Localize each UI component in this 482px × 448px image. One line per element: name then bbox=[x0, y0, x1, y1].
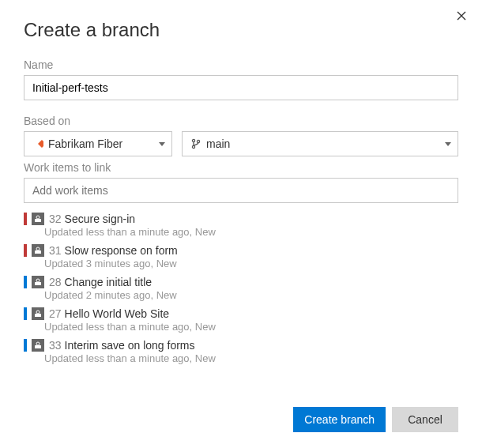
branch-dropdown[interactable]: main bbox=[182, 131, 458, 156]
priority-bar bbox=[24, 244, 27, 257]
work-item-title: Change initial title bbox=[65, 276, 153, 288]
work-item-type-icon bbox=[32, 213, 44, 225]
work-items-label: Work items to link bbox=[24, 161, 458, 174]
svg-rect-4 bbox=[35, 219, 41, 222]
work-item-title: Secure sign-in bbox=[65, 213, 136, 225]
work-item-subtitle: Updated 3 minutes ago, New bbox=[44, 258, 458, 269]
create-branch-button[interactable]: Create branch bbox=[293, 407, 386, 432]
work-item-subtitle: Updated less than a minute ago, New bbox=[44, 226, 458, 238]
close-button[interactable] bbox=[452, 6, 471, 25]
priority-bar bbox=[24, 339, 27, 352]
branch-name-input[interactable] bbox=[24, 75, 458, 100]
work-item-id: 32 bbox=[49, 213, 62, 225]
branch-dropdown-label: main bbox=[206, 137, 445, 150]
work-item-title: Slow response on form bbox=[65, 244, 178, 257]
work-item-id: 33 bbox=[49, 339, 62, 352]
svg-rect-12 bbox=[35, 345, 41, 348]
work-item-id: 27 bbox=[49, 307, 62, 320]
svg-point-9 bbox=[36, 279, 40, 282]
work-item[interactable]: 32Secure sign-inUpdated less than a minu… bbox=[24, 209, 458, 241]
work-item-subtitle: Updated 2 minutes ago, New bbox=[44, 289, 458, 301]
chevron-down-icon bbox=[159, 142, 165, 146]
work-item-id: 31 bbox=[49, 244, 62, 257]
svg-rect-10 bbox=[35, 314, 41, 317]
work-items-list: 32Secure sign-inUpdated less than a minu… bbox=[24, 209, 458, 367]
repo-dropdown-label: Fabrikam Fiber bbox=[48, 137, 159, 150]
repo-icon bbox=[32, 138, 43, 149]
svg-rect-8 bbox=[35, 282, 41, 285]
repo-dropdown[interactable]: Fabrikam Fiber bbox=[24, 131, 172, 156]
svg-point-2 bbox=[192, 145, 194, 148]
svg-point-11 bbox=[36, 311, 40, 314]
work-item-type-icon bbox=[32, 339, 44, 352]
svg-point-3 bbox=[197, 140, 199, 142]
priority-bar bbox=[24, 307, 27, 320]
work-item[interactable]: 33Interim save on long formsUpdated less… bbox=[24, 336, 458, 367]
cancel-button[interactable]: Cancel bbox=[392, 407, 458, 432]
work-item-type-icon bbox=[32, 276, 44, 288]
work-item[interactable]: 28Change initial titleUpdated 2 minutes … bbox=[24, 273, 458, 304]
work-items-input[interactable] bbox=[24, 178, 458, 203]
priority-bar bbox=[24, 213, 27, 225]
work-item-subtitle: Updated less than a minute ago, New bbox=[44, 352, 458, 364]
work-item-title: Hello World Web Site bbox=[65, 307, 170, 320]
work-item-type-icon bbox=[32, 244, 44, 257]
work-item-title: Interim save on long forms bbox=[65, 339, 195, 352]
name-label: Name bbox=[24, 58, 458, 71]
svg-point-1 bbox=[192, 139, 194, 141]
work-item-id: 28 bbox=[49, 276, 62, 288]
svg-point-7 bbox=[36, 247, 40, 250]
chevron-down-icon bbox=[445, 142, 451, 146]
based-on-label: Based on bbox=[24, 115, 458, 127]
svg-point-13 bbox=[36, 342, 40, 345]
work-item-type-icon bbox=[32, 307, 44, 320]
priority-bar bbox=[24, 276, 27, 288]
svg-rect-0 bbox=[38, 140, 43, 148]
svg-point-5 bbox=[36, 216, 40, 219]
work-item[interactable]: 31Slow response on formUpdated 3 minutes… bbox=[24, 241, 458, 273]
work-item-subtitle: Updated less than a minute ago, New bbox=[44, 321, 458, 333]
close-icon bbox=[457, 11, 466, 21]
branch-icon bbox=[190, 138, 201, 149]
work-item[interactable]: 27Hello World Web SiteUpdated less than … bbox=[24, 304, 458, 336]
dialog-title: Create a branch bbox=[24, 19, 458, 41]
svg-rect-6 bbox=[35, 250, 41, 254]
